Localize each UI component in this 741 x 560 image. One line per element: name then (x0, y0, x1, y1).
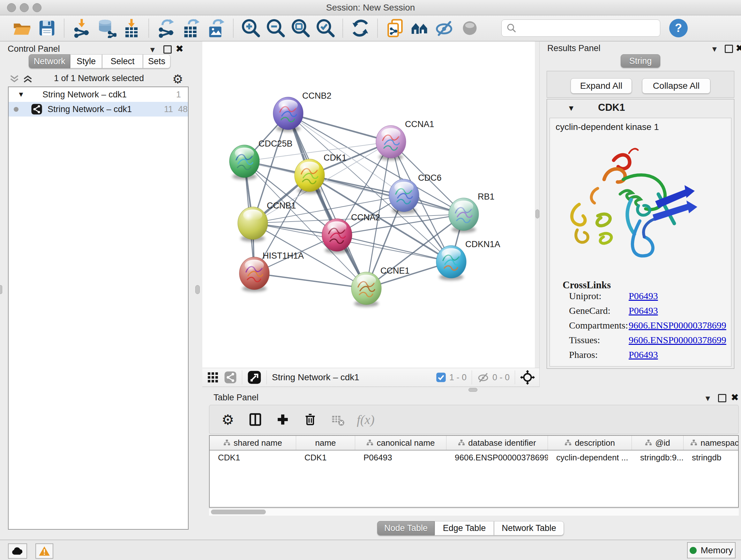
clear-table-icon[interactable] (329, 411, 346, 428)
column-header-namespace[interactable]: namespace (684, 436, 739, 450)
warning-status-button[interactable] (36, 543, 53, 559)
edge-CCNA2-CDKN1A[interactable] (337, 235, 451, 262)
column-header-at-id[interactable]: @id (632, 436, 684, 450)
share-view-icon[interactable] (224, 371, 237, 384)
column-header-canonical-name[interactable]: canonical name (355, 436, 447, 450)
delete-column-trash-icon[interactable] (302, 411, 319, 428)
panel-menu-icon[interactable]: ▼ (704, 395, 712, 402)
horizontal-splitter[interactable] (198, 387, 741, 392)
refresh-view-button[interactable] (350, 17, 371, 39)
zoom-fit-button[interactable] (290, 17, 311, 39)
column-header-name[interactable]: name (296, 436, 355, 450)
node-RB1[interactable] (449, 198, 479, 233)
fit-crosshair-icon[interactable] (520, 370, 535, 385)
network-canvas[interactable]: CCNB2CCNA1CDC25BCDK1CDC6RB1CCNB1CCNA2CDK… (202, 42, 535, 368)
open-session-button[interactable] (11, 17, 32, 39)
node-CDC25B[interactable] (229, 145, 259, 180)
node-CCNB2[interactable] (273, 97, 303, 132)
tab-string[interactable]: String (621, 54, 660, 68)
crosslink-value-link[interactable]: 9606.ENSP00000378699 (629, 334, 726, 346)
table-cell[interactable]: 9606.ENSP00000378699 (447, 450, 548, 464)
zoom-in-button[interactable] (240, 17, 261, 39)
panel-menu-icon[interactable]: ▼ (711, 45, 718, 53)
node-CCNE1[interactable] (351, 272, 381, 307)
column-header-shared-name[interactable]: shared name (210, 436, 296, 450)
gear-icon[interactable]: ⚙ (172, 72, 183, 86)
show-hidden-items-button[interactable] (459, 17, 480, 39)
tab-node-table[interactable]: Node Table (377, 521, 434, 536)
function-builder-icon[interactable]: f(x) (357, 411, 375, 428)
cloud-status-button[interactable] (8, 543, 27, 559)
crosslink-value-link[interactable]: 9606.ENSP00000378699 (629, 320, 726, 331)
table-cell[interactable]: CDK1 (210, 450, 296, 464)
show-all-panels-button[interactable] (409, 17, 430, 39)
tree-expand-icon[interactable]: ▼ (17, 90, 24, 99)
crosslink-value-link[interactable]: P06493 (629, 291, 658, 301)
column-header-database-identifier[interactable]: database identifier (447, 436, 548, 450)
string-network-graph[interactable]: CCNB2CCNA1CDC25BCDK1CDC6RB1CCNB1CCNA2CDK… (202, 42, 535, 368)
float-panel-icon[interactable] (718, 394, 726, 402)
node-CDKN1A[interactable] (436, 246, 466, 280)
tab-network[interactable]: Network (29, 54, 70, 68)
expand-all-button[interactable]: Expand All (570, 78, 632, 94)
horizontal-splitter-handle[interactable] (468, 388, 477, 392)
close-panel-icon[interactable]: ✖ (736, 44, 741, 53)
edge-HIST1H1A-CCNE1[interactable] (254, 273, 366, 288)
selected-checkbox-icon[interactable] (436, 372, 446, 382)
table-cell[interactable]: cyclin-dependent ... (548, 450, 632, 464)
grid-view-icon[interactable] (207, 371, 219, 383)
save-session-button[interactable] (37, 17, 57, 39)
vertical-splitter-handle[interactable] (195, 285, 200, 294)
search-input[interactable] (520, 21, 660, 36)
tab-style[interactable]: Style (70, 54, 102, 68)
node-CCNA1[interactable] (376, 125, 406, 160)
collapse-all-button[interactable]: Collapse All (642, 78, 711, 94)
table-cell[interactable]: stringdb (684, 450, 739, 464)
hidden-eye-slash-icon[interactable] (477, 371, 489, 383)
tab-sets[interactable]: Sets (143, 54, 171, 68)
table-cell[interactable]: stringdb:9... (632, 450, 684, 464)
clone-network-button[interactable] (385, 17, 406, 39)
zoom-out-button[interactable] (265, 17, 286, 39)
panel-menu-icon[interactable]: ▼ (149, 46, 156, 54)
help-button[interactable]: ? (669, 19, 688, 37)
hide-items-button[interactable] (434, 17, 455, 39)
edge-CCNB2-CCNE1[interactable] (288, 113, 366, 288)
network-collection-row[interactable]: ▼ String Network – cdk1 1 (9, 87, 188, 102)
scrollbar-thumb[interactable] (211, 509, 266, 514)
tab-select[interactable]: Select (102, 54, 143, 68)
close-panel-icon[interactable]: ✖ (176, 44, 184, 54)
crosslink-value-link[interactable]: P06493 (629, 305, 658, 316)
table-cell[interactable]: CDK1 (296, 450, 355, 464)
export-network-button[interactable] (156, 17, 177, 39)
import-network-database-button[interactable] (96, 17, 117, 39)
column-header-description[interactable]: description (548, 436, 632, 450)
export-image-button[interactable] (205, 17, 226, 39)
table-row[interactable]: CDK1CDK1P064939606.ENSP00000378699cyclin… (210, 450, 738, 464)
node-attribute-table[interactable]: shared namenamecanonical namedatabase id… (209, 435, 739, 508)
node-HIST1H1A[interactable] (239, 257, 269, 292)
node-CCNA2[interactable] (322, 219, 352, 253)
zoom-selected-button[interactable] (315, 17, 336, 39)
tab-network-table[interactable]: Network Table (494, 521, 564, 536)
memory-button[interactable]: Memory (687, 542, 736, 558)
import-network-file-button[interactable] (71, 17, 92, 39)
window-edge-handle[interactable] (0, 285, 2, 294)
table-cell[interactable]: P06493 (355, 450, 447, 464)
import-table-button[interactable] (121, 17, 142, 39)
show-columns-icon[interactable] (247, 411, 264, 428)
vertical-splitter-handle[interactable] (536, 209, 539, 219)
close-panel-icon[interactable]: ✖ (731, 393, 739, 402)
node-CDK1[interactable] (294, 159, 325, 194)
collapse-section-icon[interactable]: ▼ (567, 104, 575, 113)
table-horizontal-scrollbar[interactable] (209, 508, 739, 516)
table-settings-gear-icon[interactable]: ⚙ (219, 411, 236, 428)
birds-eye-view-icon[interactable] (247, 370, 261, 384)
export-table-button[interactable] (181, 17, 202, 39)
node-CDC6[interactable] (389, 179, 419, 214)
float-panel-icon[interactable] (725, 45, 733, 53)
crosslink-value-link[interactable]: P06493 (629, 349, 658, 360)
node-CCNB1[interactable] (238, 207, 268, 242)
network-row-selected[interactable]: String Network – cdk1 11 48 (9, 102, 188, 117)
add-column-icon[interactable] (274, 411, 291, 428)
